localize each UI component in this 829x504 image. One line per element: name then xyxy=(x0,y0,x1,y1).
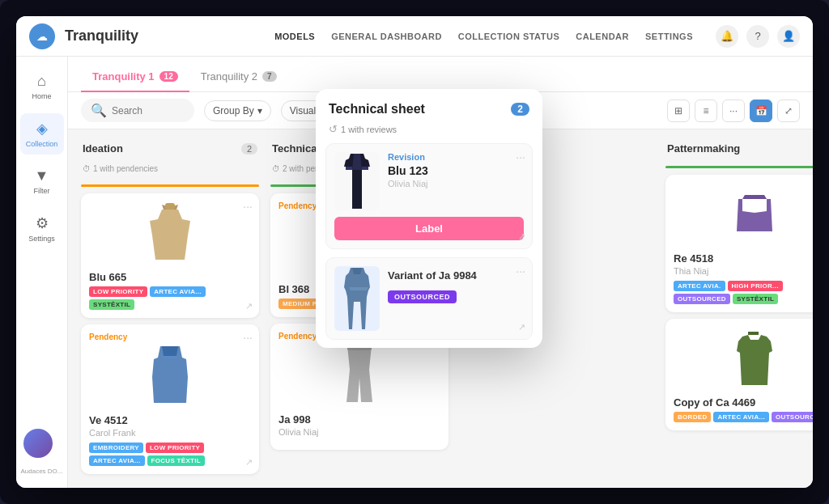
export-icon2[interactable]: ↗ xyxy=(245,457,253,468)
help-icon[interactable]: ? xyxy=(746,25,769,48)
calendar-view-button[interactable]: 📅 xyxy=(750,100,772,122)
screenshot-wrapper: ☁ Tranquility MODELS GENERAL DASHBOARD C… xyxy=(0,0,829,504)
modal-card2-more[interactable]: ··· xyxy=(516,265,525,277)
column-ideation-header: Ideation 2 xyxy=(81,139,259,158)
nav-models[interactable]: MODELS xyxy=(274,32,315,41)
modal-card-top1: Revision Blu 123 Olivia Niaj xyxy=(334,152,524,210)
card-re4518[interactable]: ··· Re 4518 Thia Niaj ARTEC AVIA. xyxy=(665,175,813,312)
tab-tranquility2-label: Tranquility 2 xyxy=(201,70,257,83)
card-tags-copy: BORDED ARTEC AVIA... OUTSOURCED xyxy=(674,412,813,422)
expand-button[interactable]: ⤢ xyxy=(777,100,800,122)
settings-icon: ⚙ xyxy=(36,214,49,232)
sidebar: ⌂ Home ◈ Collection ▼ Filter ⚙ Settings xyxy=(16,57,68,488)
header-icons: 🔔 ? 👤 xyxy=(716,25,800,48)
sidebar-label-filter: Filter xyxy=(34,187,50,195)
modal-sub-text: 1 with reviews xyxy=(341,125,397,134)
nav-collection-status[interactable]: COLLECTION STATUS xyxy=(458,32,559,41)
card-tags-re4518: ARTEC AVIA. HIGH PRIOR... OUTSOURCED SYS… xyxy=(674,281,813,304)
home-icon: ⌂ xyxy=(37,73,46,90)
column-patternmaking-progress xyxy=(665,166,813,168)
modal-header: Technical sheet 2 xyxy=(316,89,542,123)
tag-systextil: SYSTÊXTIL xyxy=(89,299,134,310)
more-options-button[interactable]: ··· xyxy=(722,100,745,122)
app-window: ☁ Tranquility MODELS GENERAL DASHBOARD C… xyxy=(16,16,813,488)
card-more-icon[interactable]: ··· xyxy=(243,200,253,213)
column-ideation-sub: ⏱ 1 with pendencies xyxy=(81,164,259,176)
nav-settings[interactable]: SETTINGS xyxy=(645,32,693,41)
tag-systextil-re: SYSTÊXTIL xyxy=(733,294,778,304)
column-ideation-title: Ideation xyxy=(83,142,123,155)
tag-artec2: ARTEC AVIA... xyxy=(89,455,145,466)
chevron-down-icon: ▾ xyxy=(257,105,262,116)
tab-tranquility2[interactable]: Tranquility 2 7 xyxy=(189,62,288,92)
user-icon[interactable]: 👤 xyxy=(777,25,800,48)
card-tags-ve4512: EMBROIDERY LOW PRIORITY ARTEC AVIA... FO… xyxy=(89,443,251,466)
modal-card-blu123[interactable]: ··· Revision Blu 123 Olivia Niaj xyxy=(325,143,533,249)
card-status-ve4512: Pendency xyxy=(89,332,251,341)
collection-icon: ◈ xyxy=(36,120,48,138)
sidebar-item-filter[interactable]: ▼ Filter xyxy=(20,161,64,201)
grid-view-button[interactable]: ⊞ xyxy=(667,100,690,122)
column-ideation-progress xyxy=(81,184,259,187)
label-button[interactable]: Label xyxy=(334,217,524,240)
modal-card-author1: Olivia Niaj xyxy=(388,179,524,188)
modal-sub: ↺ 1 with reviews xyxy=(316,123,542,143)
page-title: Tranquility xyxy=(65,28,265,44)
svg-rect-0 xyxy=(165,203,175,210)
sidebar-item-home[interactable]: ⌂ Home xyxy=(20,66,64,107)
card-img-re4518 xyxy=(674,183,813,248)
card-ve4512[interactable]: ··· Pendency Ve 4512 Carol Frank xyxy=(81,324,259,474)
card-blu665[interactable]: ··· Blu 665 LOW PRIORITY xyxy=(81,193,259,318)
tag-outsourced-re: OUTSOURCED xyxy=(674,294,730,304)
card-tags-blu665: LOW PRIORITY ARTEC AVIA... SYSTÊXTIL xyxy=(89,286,251,310)
card-img-blu665 xyxy=(89,201,251,266)
export-icon[interactable]: ↗ xyxy=(245,301,253,311)
nav-general-dashboard[interactable]: GENERAL DASHBOARD xyxy=(331,32,442,41)
sidebar-label-settings: Settings xyxy=(28,235,55,243)
modal-card2-content: Variant of Ja 9984 OUTSOURCED xyxy=(334,266,524,331)
card-more-icon2[interactable]: ··· xyxy=(243,331,253,344)
toolbar-right: ⊞ ≡ ··· 📅 ⤢ xyxy=(667,100,800,122)
cloud-icon: ☁ xyxy=(36,30,48,43)
tab-tranquility1-label: Tranquility 1 xyxy=(92,70,155,83)
search-input[interactable] xyxy=(112,105,185,116)
sidebar-item-settings[interactable]: ⚙ Settings xyxy=(20,208,64,249)
card-copyca4469[interactable]: ··· Copy of Ca 4469 BORDED ARTEC AVIA xyxy=(665,319,813,430)
header: ☁ Tranquility MODELS GENERAL DASHBOARD C… xyxy=(16,16,813,57)
modal-card-img-blu123 xyxy=(334,152,380,210)
tab-tranquility2-badge: 7 xyxy=(262,71,277,82)
modal-card-info1: Revision Blu 123 Olivia Niaj xyxy=(388,152,524,188)
card-name-ja998: Ja 998 xyxy=(278,413,440,426)
column-ideation: Ideation 2 ⏱ 1 with pendencies ··· xyxy=(81,139,259,478)
group-by-button[interactable]: Group By ▾ xyxy=(204,100,271,121)
tag-borded: BORDED xyxy=(674,412,711,422)
tag-low-priority2: LOW PRIORITY xyxy=(146,443,204,453)
modal-card2-info: Variant of Ja 9984 OUTSOURCED xyxy=(388,266,477,303)
nav-calendar[interactable]: CALENDAR xyxy=(576,32,629,41)
search-box[interactable]: 🔍 xyxy=(81,99,194,122)
modal-card-ja9984[interactable]: ··· Variant of Ja 9984 OUTSOURCED xyxy=(325,257,533,340)
group-by-label: Group By xyxy=(213,105,254,116)
tabs-bar: Tranquility 1 12 Tranquility 2 7 xyxy=(68,57,813,92)
card-author-ja998: Olivia Niaj xyxy=(278,427,440,437)
sidebar-bottom: Audaces DO... xyxy=(17,422,66,478)
sidebar-item-collection[interactable]: ◈ Collection xyxy=(20,113,64,155)
modal-card-more1[interactable]: ··· xyxy=(516,150,525,163)
user-avatar[interactable] xyxy=(23,429,53,458)
tag-high-prior: HIGH PRIOR... xyxy=(728,281,783,291)
tab-tranquility1[interactable]: Tranquility 1 12 xyxy=(81,62,189,92)
sidebar-label-home: Home xyxy=(32,92,51,100)
tag-embroidery: EMBROIDERY xyxy=(89,443,143,453)
notification-icon[interactable]: 🔔 xyxy=(716,25,738,48)
card-img-copy xyxy=(674,327,813,392)
modal-export-icon1[interactable]: ↗ xyxy=(518,231,525,242)
tag-artec-copy: ARTEC AVIA... xyxy=(713,412,769,422)
card-name-copy: Copy of Ca 4469 xyxy=(674,396,813,409)
technical-sheet-modal[interactable]: Technical sheet 2 ↺ 1 with reviews ··· xyxy=(316,89,542,348)
tag-focus: FOCUS TÊXTIL xyxy=(147,455,205,466)
modal-export-icon2[interactable]: ↗ xyxy=(518,322,525,332)
card-name-re4518: Re 4518 xyxy=(674,252,813,265)
clock-icon2: ⏱ xyxy=(272,164,280,173)
modal-title: Technical sheet xyxy=(329,102,425,116)
list-view-button[interactable]: ≡ xyxy=(695,100,717,122)
